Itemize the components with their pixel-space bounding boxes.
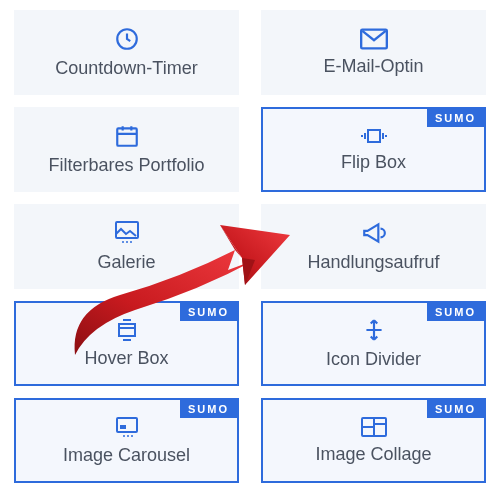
- tile-countdown-timer[interactable]: Countdown-Timer: [14, 10, 239, 95]
- megaphone-icon: [361, 220, 387, 246]
- sumo-badge: SUMO: [427, 400, 484, 418]
- tile-label: Icon Divider: [326, 349, 421, 370]
- sumo-badge: SUMO: [180, 400, 237, 418]
- svg-point-11: [123, 435, 125, 437]
- calendar-icon: [114, 123, 140, 149]
- tile-label: Image Collage: [315, 444, 431, 465]
- clock-icon: [114, 26, 140, 52]
- tile-label: Filterbares Portfolio: [48, 155, 204, 176]
- svg-rect-10: [120, 425, 126, 429]
- flip-icon: [359, 126, 389, 146]
- tile-label: Handlungsaufruf: [307, 252, 439, 273]
- tile-email-optin[interactable]: E-Mail-Optin: [261, 10, 486, 95]
- svg-point-12: [127, 435, 129, 437]
- tile-flip-box[interactable]: SUMO Flip Box: [261, 107, 486, 192]
- mail-icon: [360, 28, 388, 50]
- tile-label: Flip Box: [341, 152, 406, 173]
- tile-hover-box[interactable]: SUMO Hover Box: [14, 301, 239, 386]
- tile-call-to-action[interactable]: Handlungsaufruf: [261, 204, 486, 289]
- sumo-badge: SUMO: [427, 303, 484, 321]
- svg-point-13: [131, 435, 133, 437]
- module-grid: Countdown-Timer E-Mail-Optin Filterbares…: [14, 10, 486, 483]
- svg-rect-2: [117, 128, 137, 145]
- gallery-icon: [113, 220, 141, 246]
- svg-rect-8: [119, 324, 135, 336]
- svg-rect-3: [368, 130, 380, 142]
- hover-icon: [113, 318, 141, 342]
- tile-label: Hover Box: [84, 348, 168, 369]
- tile-image-collage[interactable]: SUMO Image Collage: [261, 398, 486, 483]
- sumo-badge: SUMO: [180, 303, 237, 321]
- svg-point-7: [130, 241, 132, 243]
- tile-filterable-portfolio[interactable]: Filterbares Portfolio: [14, 107, 239, 192]
- tile-label: Countdown-Timer: [55, 58, 197, 79]
- tile-gallery[interactable]: Galerie: [14, 204, 239, 289]
- tile-label: E-Mail-Optin: [323, 56, 423, 77]
- collage-icon: [360, 416, 388, 438]
- sumo-badge: SUMO: [427, 109, 484, 127]
- carousel-icon: [113, 415, 141, 439]
- svg-point-5: [122, 241, 124, 243]
- tile-label: Image Carousel: [63, 445, 190, 466]
- tile-icon-divider[interactable]: SUMO Icon Divider: [261, 301, 486, 386]
- divider-icon: [361, 317, 387, 343]
- svg-point-6: [126, 241, 128, 243]
- tile-image-carousel[interactable]: SUMO Image Carousel: [14, 398, 239, 483]
- tile-label: Galerie: [97, 252, 155, 273]
